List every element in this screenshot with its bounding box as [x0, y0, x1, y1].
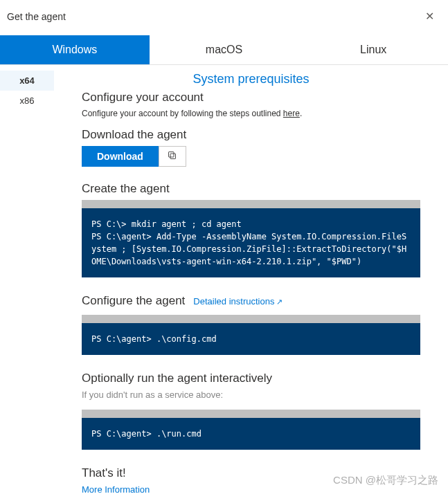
- close-icon[interactable]: ✕: [422, 7, 437, 26]
- dialog-header: Get the agent ✕: [0, 0, 448, 35]
- dialog-title: Get the agent: [7, 11, 66, 22]
- tab-linux[interactable]: Linux: [298, 35, 448, 64]
- copy-button[interactable]: [159, 146, 186, 167]
- arch-tabs: x64 x86: [0, 65, 54, 494]
- download-heading: Download the agent: [82, 128, 420, 142]
- svg-rect-0: [170, 154, 176, 159]
- thats-it-heading: That's it!: [82, 466, 420, 480]
- configure-agent-heading: Configure the agent: [82, 294, 185, 308]
- content: System prerequisites Configure your acco…: [54, 65, 448, 494]
- run-agent-heading: Optionally run the agent interactively: [82, 372, 420, 385]
- configure-agent-code[interactable]: PS C:\agent> .\config.cmd: [82, 315, 420, 355]
- os-tabs: Windows macOS Linux: [0, 35, 448, 65]
- here-link[interactable]: here: [283, 109, 300, 118]
- system-prerequisites-link[interactable]: System prerequisites: [82, 72, 420, 86]
- download-button[interactable]: Download: [82, 146, 159, 167]
- configure-account-text: Configure your account by following the …: [82, 109, 420, 118]
- download-row: Download: [82, 146, 420, 167]
- arch-x86[interactable]: x86: [0, 91, 54, 111]
- configure-agent-header: Configure the agent Detailed instruction…: [82, 294, 420, 308]
- configure-account-heading: Configure your account: [82, 91, 420, 104]
- tab-macos[interactable]: macOS: [150, 35, 299, 64]
- detailed-instructions-link[interactable]: Detailed instructions: [193, 296, 283, 307]
- arch-x64[interactable]: x64: [0, 71, 54, 91]
- svg-rect-1: [169, 152, 174, 158]
- create-agent-heading: Create the agent: [82, 182, 420, 196]
- create-agent-code[interactable]: PS C:\> mkdir agent ; cd agent PS C:\age…: [82, 200, 420, 277]
- tab-windows[interactable]: Windows: [0, 35, 150, 64]
- copy-icon: [167, 150, 177, 163]
- run-agent-note: If you didn't run as a service above:: [82, 390, 420, 400]
- more-information-link[interactable]: More Information: [82, 484, 420, 494]
- run-agent-code[interactable]: PS C:\agent> .\run.cmd: [82, 410, 420, 450]
- body: x64 x86 System prerequisites Configure y…: [0, 65, 448, 494]
